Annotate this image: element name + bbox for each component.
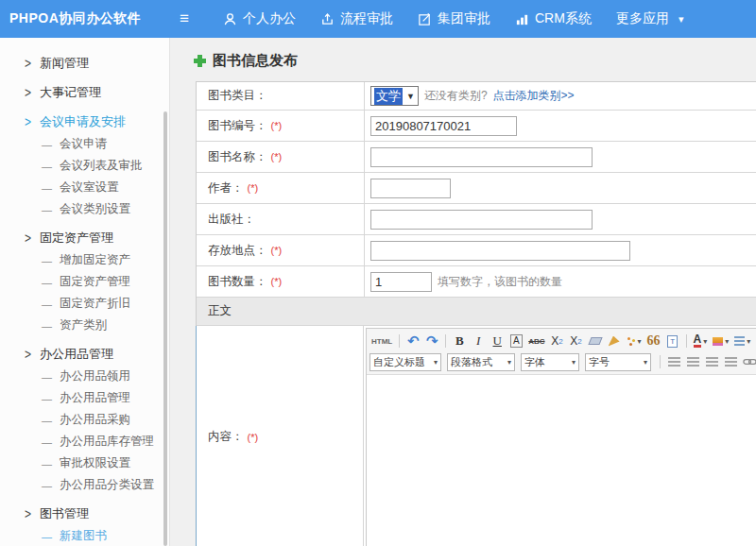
sidebar-item-meeting-mgmt[interactable]: >会议申请及安排 bbox=[0, 111, 169, 133]
hamburger-menu-icon[interactable]: ≡ bbox=[170, 9, 198, 28]
paste-text-button[interactable]: T bbox=[664, 333, 681, 350]
editor-content-area[interactable] bbox=[367, 375, 756, 546]
sidebar-scrollbar[interactable] bbox=[163, 111, 167, 546]
nav-process-approval[interactable]: 流程审批 bbox=[320, 10, 393, 27]
eraser-icon bbox=[588, 337, 602, 345]
sidebar-item-supplies-mgmt[interactable]: >办公用品管理 bbox=[0, 343, 169, 366]
sidebar-item-news-mgmt[interactable]: >新闻管理 bbox=[0, 52, 169, 75]
quantity-label: 图书数量： bbox=[208, 274, 267, 290]
highlight-color-button[interactable]: ▾ bbox=[711, 333, 730, 350]
sidebar-item-events-mgmt[interactable]: >大事记管理 bbox=[0, 81, 169, 104]
ordered-list-button[interactable]: ▾ bbox=[732, 333, 752, 350]
chevron-down-icon: ▾ bbox=[638, 337, 642, 346]
sidebar-item-meeting-room[interactable]: —会议室设置 bbox=[0, 177, 169, 198]
clean-format-button[interactable] bbox=[606, 333, 623, 350]
category-label: 图书类目： bbox=[208, 88, 267, 104]
blockquote-button[interactable]: 66 bbox=[645, 333, 662, 350]
book-no-input[interactable] bbox=[370, 116, 517, 136]
quantity-hint: 填写数字，该图书的数量 bbox=[438, 274, 562, 290]
bar-chart-icon bbox=[515, 12, 529, 26]
html-source-button[interactable]: HTML bbox=[369, 333, 394, 350]
dash-icon: — bbox=[42, 458, 52, 469]
align-center-button[interactable] bbox=[684, 353, 701, 370]
sidebar-item-supplies-inventory[interactable]: —办公用品库存管理 bbox=[0, 431, 169, 452]
sidebar-item-label: 固定资产折旧 bbox=[60, 296, 130, 312]
font-select[interactable]: 字体▾ bbox=[521, 353, 579, 371]
align-right-button[interactable] bbox=[703, 353, 720, 370]
eraser-button[interactable] bbox=[587, 333, 604, 350]
undo-button[interactable]: ↶ bbox=[404, 333, 421, 350]
nav-label: CRM系统 bbox=[535, 10, 592, 27]
nav-crm-system[interactable]: CRM系统 bbox=[515, 10, 592, 27]
align-left-button[interactable] bbox=[665, 353, 682, 370]
sidebar-item-meeting-category[interactable]: —会议类别设置 bbox=[0, 198, 169, 220]
underline-button[interactable]: U bbox=[489, 333, 506, 350]
sidebar-item-approval-permission[interactable]: —审批权限设置 bbox=[0, 452, 169, 474]
link-button[interactable] bbox=[741, 353, 756, 370]
size-select[interactable]: 字号▾ bbox=[585, 353, 651, 371]
location-input[interactable] bbox=[370, 241, 630, 261]
nav-label: 集团审批 bbox=[438, 10, 490, 27]
superscript-button[interactable]: X2 bbox=[549, 333, 566, 350]
heading-select[interactable]: 自定义标题▾ bbox=[369, 353, 441, 371]
subscript-button[interactable]: X2 bbox=[568, 333, 585, 350]
font-color-icon: A bbox=[694, 334, 702, 348]
redo-button[interactable]: ↷ bbox=[423, 333, 440, 350]
char-border-button[interactable]: A bbox=[510, 334, 523, 348]
required-marker: (*) bbox=[248, 432, 259, 443]
sidebar-item-label: 办公用品采购 bbox=[60, 412, 130, 428]
page-title: 图书信息发布 bbox=[171, 38, 756, 81]
dash-icon: — bbox=[42, 299, 52, 310]
align-justify-button[interactable] bbox=[722, 353, 739, 370]
sidebar-item-supplies-category[interactable]: —办公用品分类设置 bbox=[0, 474, 169, 496]
sidebar-item-asset-category[interactable]: —资产类别 bbox=[0, 315, 169, 336]
dash-icon: — bbox=[42, 161, 52, 172]
edit-square-icon bbox=[418, 12, 432, 26]
sidebar-item-supplies-claim[interactable]: —办公用品领用 bbox=[0, 366, 169, 387]
author-input[interactable] bbox=[370, 179, 451, 198]
required-marker: (*) bbox=[271, 245, 283, 256]
sidebar-item-book-mgmt[interactable]: >图书管理 bbox=[0, 503, 169, 525]
paragraph-select[interactable]: 段落格式▾ bbox=[447, 353, 515, 371]
add-category-link[interactable]: 点击添加类别>> bbox=[493, 88, 575, 104]
dash-icon: — bbox=[42, 415, 52, 426]
italic-button[interactable]: I bbox=[470, 333, 487, 350]
sidebar-item-book-new[interactable]: —新建图书 bbox=[0, 525, 169, 546]
sidebar-item-label: 会议申请 bbox=[60, 136, 107, 152]
form-row-quantity: 图书数量：(*) 填写数字，该图书的数量 bbox=[197, 266, 756, 298]
sidebar-item-meeting-list[interactable]: —会议列表及审批 bbox=[0, 155, 169, 177]
font-color-button[interactable]: A▾ bbox=[692, 333, 710, 350]
sidebar-item-label: 固定资产管理 bbox=[60, 274, 130, 290]
align-left-icon bbox=[668, 357, 680, 367]
sidebar-item-asset-mgmt[interactable]: >固定资产管理 bbox=[0, 227, 169, 249]
nav-more-apps[interactable]: 更多应用 ▾ bbox=[616, 10, 684, 27]
sidebar-item-label: 大事记管理 bbox=[40, 84, 101, 101]
toolbar-row-1: HTML ↶ ↷ B I U A ABC X2 X2 bbox=[369, 331, 756, 351]
chevron-down-icon: ▾ bbox=[747, 337, 750, 346]
chevron-down-icon: ▾ bbox=[703, 337, 707, 346]
bold-button[interactable]: B bbox=[451, 333, 468, 350]
book-name-input[interactable] bbox=[370, 147, 593, 167]
main-content: 图书信息发布 图书类目： 文学 ▼ 还没有类别? 点击添加类别>> 图书编号：(… bbox=[171, 38, 756, 546]
chevron-down-icon: ▾ bbox=[644, 358, 647, 367]
sidebar-item-asset-manage[interactable]: —固定资产管理 bbox=[0, 271, 169, 293]
sidebar-item-label: 资产类别 bbox=[60, 317, 107, 333]
nav-personal-office[interactable]: 个人办公 bbox=[223, 10, 296, 27]
dash-icon: — bbox=[42, 480, 52, 491]
sidebar-item-label: 会议申请及安排 bbox=[40, 113, 126, 130]
category-select[interactable]: 文学 ▼ bbox=[370, 86, 419, 106]
dash-icon: — bbox=[42, 436, 52, 448]
format-painter-button[interactable]: ▾ bbox=[625, 333, 644, 350]
user-icon bbox=[223, 12, 237, 26]
strikethrough-button[interactable]: ABC bbox=[526, 333, 546, 350]
nav-group-approval[interactable]: 集团审批 bbox=[418, 10, 490, 27]
sidebar-item-asset-add[interactable]: —增加固定资产 bbox=[0, 249, 169, 271]
sidebar-item-meeting-apply[interactable]: —会议申请 bbox=[0, 133, 169, 155]
book-name-label: 图书名称： bbox=[208, 149, 267, 165]
section-header-text: 正文 bbox=[208, 303, 232, 319]
sidebar-item-supplies-manage[interactable]: —办公用品管理 bbox=[0, 387, 169, 409]
sidebar-item-asset-depreciation[interactable]: —固定资产折旧 bbox=[0, 293, 169, 315]
quantity-input[interactable] bbox=[370, 272, 432, 292]
sidebar-item-supplies-purchase[interactable]: —办公用品采购 bbox=[0, 409, 169, 431]
publisher-input[interactable] bbox=[370, 210, 593, 230]
